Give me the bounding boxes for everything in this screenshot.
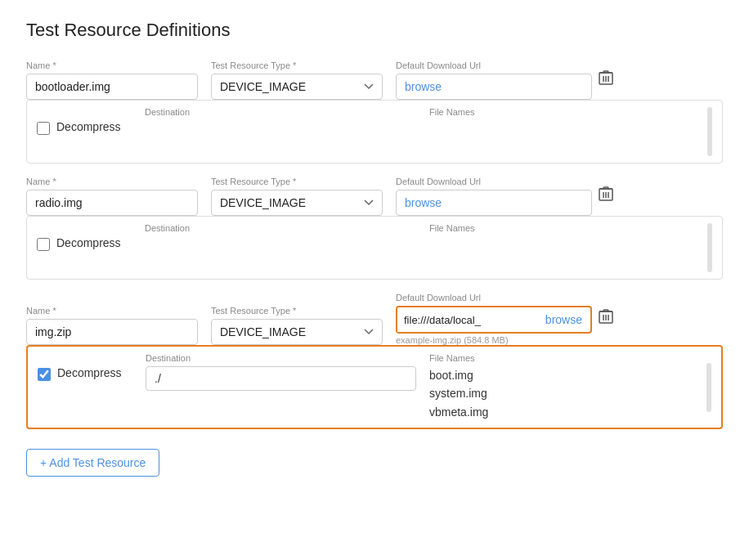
- delete-button-3[interactable]: [592, 305, 620, 332]
- scrollbar-3[interactable]: [706, 363, 711, 412]
- scrollbar-2[interactable]: [707, 223, 712, 272]
- type-select-2[interactable]: DEVICE_IMAGE: [211, 190, 383, 216]
- url-label-1: Default Download Url: [396, 60, 592, 70]
- filenames-label-2: File Names: [429, 223, 701, 233]
- decompress-checkbox-2[interactable]: [37, 238, 50, 251]
- name-label-2: Name *: [26, 177, 198, 186]
- url-container-2: browse: [396, 190, 592, 216]
- resources-container: Name * Test Resource Type * DEVICE_IMAGE…: [26, 60, 723, 429]
- browse-button-1[interactable]: browse: [397, 74, 450, 99]
- url-input-3[interactable]: [397, 308, 537, 332]
- url-container-1: browse: [396, 74, 592, 100]
- destination-input-3[interactable]: [146, 366, 416, 391]
- destination-label-1: Destination: [145, 107, 416, 117]
- name-input-2[interactable]: [26, 190, 198, 216]
- url-label-3: Default Download Url: [396, 293, 592, 302]
- resource-main-row-3: Name * Test Resource Type * DEVICE_IMAGE…: [26, 293, 723, 345]
- filenames-content-3: boot.img system.img vbmeta.img: [429, 366, 700, 421]
- destination-label-3: Destination: [146, 353, 416, 363]
- resource-block-3: Name * Test Resource Type * DEVICE_IMAGE…: [26, 293, 723, 429]
- decompress-checkbox-3[interactable]: [38, 368, 51, 381]
- name-input-3[interactable]: [26, 319, 198, 345]
- scrollbar-1[interactable]: [707, 107, 712, 156]
- resource-block-2: Name * Test Resource Type * DEVICE_IMAGE…: [26, 177, 723, 280]
- name-label-3: Name *: [26, 306, 198, 316]
- url-label-2: Default Download Url: [396, 177, 592, 186]
- url-container-3: browse: [396, 306, 592, 334]
- resource-block-1: Name * Test Resource Type * DEVICE_IMAGE…: [26, 60, 723, 164]
- type-select-1[interactable]: DEVICE_IMAGE: [211, 74, 383, 100]
- decompress-label-2: Decompress: [56, 236, 121, 249]
- delete-button-2[interactable]: [592, 182, 620, 209]
- decompress-label-3: Decompress: [57, 366, 122, 379]
- page-title: Test Resource Definitions: [26, 20, 723, 41]
- name-label-1: Name *: [26, 60, 198, 70]
- decompress-label-1: Decompress: [56, 120, 121, 133]
- filenames-label-3: File Names: [429, 353, 700, 363]
- add-test-resource-button[interactable]: + Add Test Resource: [26, 449, 159, 477]
- browse-button-2[interactable]: browse: [397, 190, 450, 215]
- filenames-label-1: File Names: [429, 107, 701, 117]
- url-subtitle-3: example-img.zip (584.8 MB): [396, 335, 592, 345]
- type-label-2: Test Resource Type *: [211, 177, 383, 186]
- browse-button-3[interactable]: browse: [537, 307, 590, 332]
- name-input-1[interactable]: [26, 74, 198, 100]
- resource-secondary-row-3: DecompressDestinationFile Namesboot.img …: [26, 345, 723, 429]
- delete-button-1[interactable]: [592, 66, 620, 93]
- type-label-1: Test Resource Type *: [211, 60, 383, 70]
- decompress-checkbox-1[interactable]: [37, 122, 50, 135]
- resource-main-row-2: Name * Test Resource Type * DEVICE_IMAGE…: [26, 177, 723, 216]
- resource-main-row-1: Name * Test Resource Type * DEVICE_IMAGE…: [26, 60, 723, 100]
- type-select-3[interactable]: DEVICE_IMAGE: [211, 319, 383, 345]
- type-label-3: Test Resource Type *: [211, 306, 383, 316]
- destination-label-2: Destination: [145, 223, 416, 233]
- resource-secondary-row-1: DecompressDestinationFile Names: [26, 100, 723, 164]
- resource-secondary-row-2: DecompressDestinationFile Names: [26, 216, 723, 280]
